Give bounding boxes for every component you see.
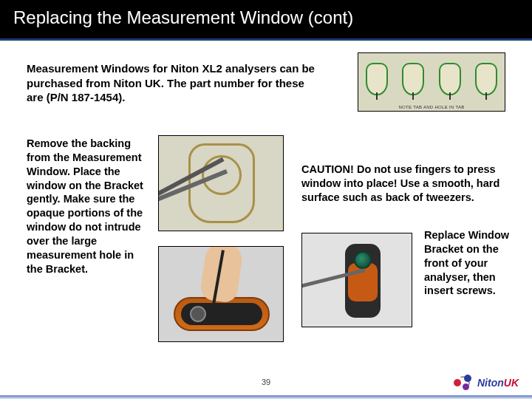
content-area: Measurement Windows for Niton XL2 analys… (0, 41, 532, 399)
intro-paragraph: Measurement Windows for Niton XL2 analys… (27, 61, 315, 105)
logo-swirl-icon (454, 373, 473, 392)
step-replace-bracket-text: Replace Window Bracket on the front of y… (424, 228, 510, 298)
logo-brand: Niton (477, 377, 504, 389)
lens-icon (354, 251, 372, 269)
logo-suffix: UK (504, 377, 519, 389)
step-remove-backing-text: Remove the backing from the Measurement … (27, 137, 145, 276)
measurement-hole-icon (190, 306, 206, 322)
slide: Replacing the Measurement Window (cont) … (0, 0, 532, 399)
tab-shape-icon (402, 63, 424, 95)
image-press-window (158, 246, 284, 342)
footer-gradient (0, 395, 532, 399)
image-tabs-photo: NOTE TAB AND HOLE IN TAB (358, 52, 505, 112)
page-number: 39 (0, 378, 532, 386)
tab-shape-icon (439, 63, 461, 95)
image-window-on-bracket (158, 135, 284, 231)
tab-shape-icon (475, 63, 497, 95)
caution-text: CAUTION! Do not use fingers to press win… (301, 163, 508, 205)
image-replace-bracket (301, 233, 412, 327)
image-tabs-caption: NOTE TAB AND HOLE IN TAB (358, 105, 505, 109)
tabs-illustration (358, 61, 505, 98)
logo-text: NitonUK (477, 377, 519, 389)
niton-uk-logo: NitonUK (454, 373, 519, 392)
tab-shape-icon (366, 63, 388, 95)
slide-title: Replacing the Measurement Window (cont) (0, 0, 532, 41)
